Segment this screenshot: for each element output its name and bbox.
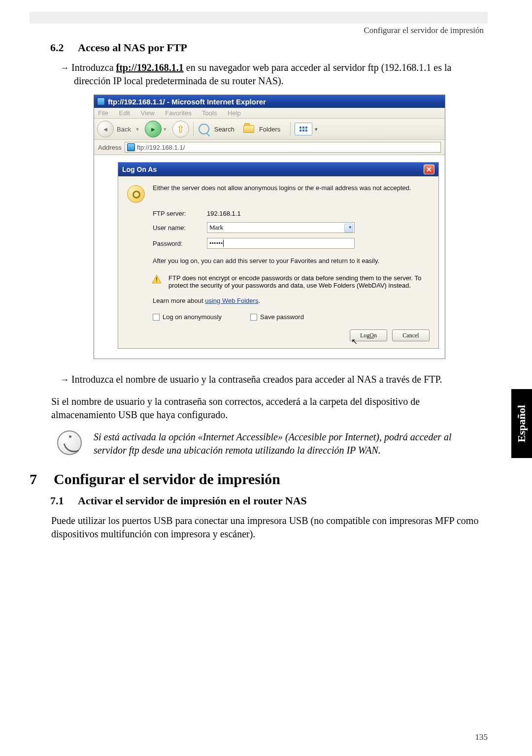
key-icon (127, 185, 145, 203)
bullet-6-2-1: → Introduzca ftp://192.168.1.1 en su nav… (74, 61, 488, 88)
heading-7-1: 7.1Activar el servidor de impresión en e… (50, 494, 488, 507)
language-tab: Español (511, 389, 532, 458)
heading-7: 7 Configurar el servidor de impresión (30, 471, 488, 488)
folders-label[interactable]: Folders (259, 126, 280, 133)
heading-7-1-num: 7.1 (50, 494, 78, 507)
ftp-server-value: 192.168.1.1 (207, 210, 241, 217)
save-password-checkbox[interactable] (250, 314, 257, 321)
toolbar-separator (290, 122, 291, 136)
folders-icon[interactable] (243, 125, 254, 133)
result-paragraph: Si el nombre de usuario y la contraseña … (51, 395, 483, 422)
forward-button[interactable]: ► (145, 121, 162, 137)
ie-menubar: File Edit View Favorites Tools Help (94, 108, 445, 119)
username-label: User name: (153, 224, 207, 231)
logon-titlebar: Log On As ✕ (118, 163, 438, 176)
menu-favorites[interactable]: Favorites (165, 109, 191, 117)
para-7-1: Puede utilizar los puertos USB para cone… (51, 514, 483, 541)
forward-dropdown-icon[interactable]: ▼ (163, 127, 167, 132)
running-header: Configurar el servidor de impresión (30, 12, 488, 35)
mouse-cursor-icon: ↖ (351, 337, 358, 346)
heading-7-1-title: Activar el servidor de impresión en el r… (78, 494, 307, 507)
back-button[interactable]: ◄ (97, 121, 114, 137)
save-password-checkbox-row[interactable]: Save password (250, 313, 304, 321)
password-input[interactable]: •••••• (207, 238, 355, 249)
menu-tools[interactable]: Tools (202, 109, 217, 117)
menu-file[interactable]: File (98, 109, 108, 117)
menu-view[interactable]: View (141, 109, 155, 117)
up-button[interactable]: ⇧ (172, 121, 189, 137)
arrow-icon: → (60, 63, 71, 73)
svg-text:!: ! (156, 276, 157, 283)
views-grid-icon (299, 127, 307, 131)
anonymous-checkbox[interactable] (153, 314, 160, 321)
heading-7-num: 7 (30, 471, 37, 488)
arrow-icon: → (60, 375, 71, 385)
ie-title-text: ftp://192.168.1.1/ - Microsoft Internet … (108, 98, 266, 106)
learn-more: Learn more about using Web Folders. (153, 297, 430, 304)
toolbar-separator (193, 122, 194, 136)
ftp-server-label: FTP server: (153, 210, 207, 217)
back-dropdown-icon[interactable]: ▼ (135, 127, 140, 132)
page-number: 135 (475, 732, 488, 742)
close-icon[interactable]: ✕ (424, 164, 434, 174)
menu-help[interactable]: Help (228, 109, 241, 117)
heading-6-2: 6.2Acceso al NAS por FTP (50, 41, 488, 54)
heading-6-2-num: 6.2 (50, 41, 78, 54)
logon-title-text: Log On As (122, 165, 157, 173)
cancel-button[interactable]: Cancel (392, 329, 430, 341)
logon-after-note: After you log on, you can add this serve… (153, 257, 430, 265)
ie-titlebar: ftp://192.168.1.1/ - Microsoft Internet … (94, 95, 445, 108)
menu-edit[interactable]: Edit (119, 109, 130, 117)
ftp-url-link[interactable]: ftp://192.168.1.1 (116, 62, 184, 73)
web-folders-link[interactable]: using Web Folders (205, 297, 258, 304)
heading-7-title: Configurar el servidor de impresión (54, 471, 280, 488)
note-block: Si está activada la opción «Internet Acc… (57, 430, 483, 457)
note-icon (57, 430, 82, 455)
ie-window: ftp://192.168.1.1/ - Microsoft Internet … (94, 95, 445, 359)
logon-message: Either the server does not allow anonymo… (153, 184, 430, 192)
warning-icon: ! (152, 274, 162, 284)
address-icon (127, 143, 135, 151)
ie-content: Log On As ✕ Either the server does not a… (94, 155, 445, 359)
ie-toolbar: ◄ Back ▼ ► ▼ ⇧ Search Folders (94, 119, 445, 140)
anonymous-checkbox-row[interactable]: Log on anonymously (153, 313, 222, 321)
username-input[interactable]: Mark (207, 222, 355, 233)
address-value: ftp://192.168.1.1/ (137, 144, 185, 151)
password-label: Password: (153, 240, 207, 247)
search-icon[interactable] (199, 124, 209, 134)
logon-warning-text: FTP does not encrypt or encode passwords… (168, 274, 430, 289)
address-label: Address (98, 144, 122, 151)
heading-6-2-title: Acceso al NAS por FTP (78, 41, 187, 54)
note-text: Si está activada la opción «Internet Acc… (94, 430, 483, 457)
search-label[interactable]: Search (214, 126, 234, 133)
address-field[interactable]: ftp://192.168.1.1/ (125, 142, 441, 153)
text-cursor (223, 240, 224, 247)
back-label: Back (117, 126, 131, 133)
views-button[interactable] (295, 123, 312, 135)
ie-app-icon (97, 98, 105, 105)
ie-addressbar: Address ftp://192.168.1.1/ (94, 140, 445, 155)
logon-dialog: Log On As ✕ Either the server does not a… (118, 162, 439, 349)
bullet-6-2-2: → Introduzca el nombre de usuario y la c… (74, 373, 483, 386)
